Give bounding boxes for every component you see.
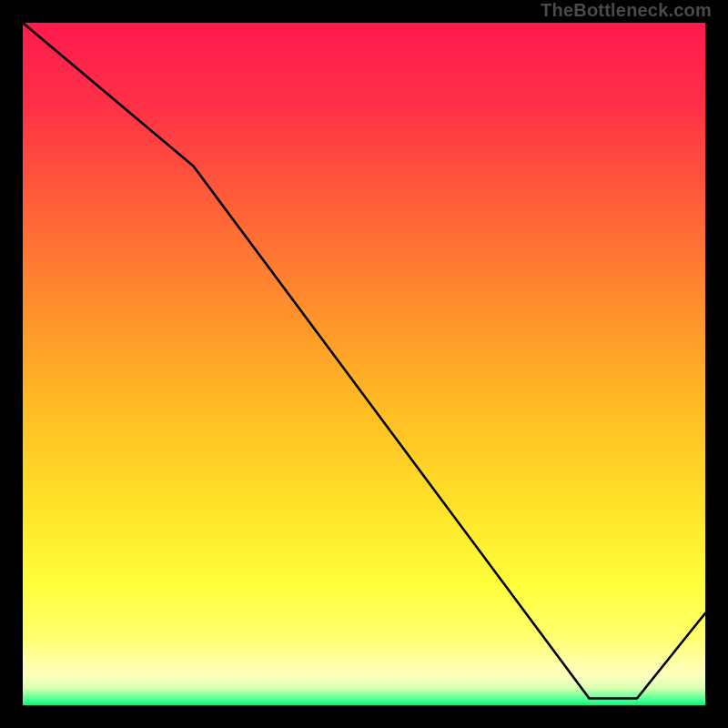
chart-container: TheBottleneck.com xyxy=(0,0,728,728)
watermark-text: TheBottleneck.com xyxy=(541,0,712,21)
bottleneck-chart xyxy=(23,23,705,705)
gradient-background xyxy=(23,23,705,705)
